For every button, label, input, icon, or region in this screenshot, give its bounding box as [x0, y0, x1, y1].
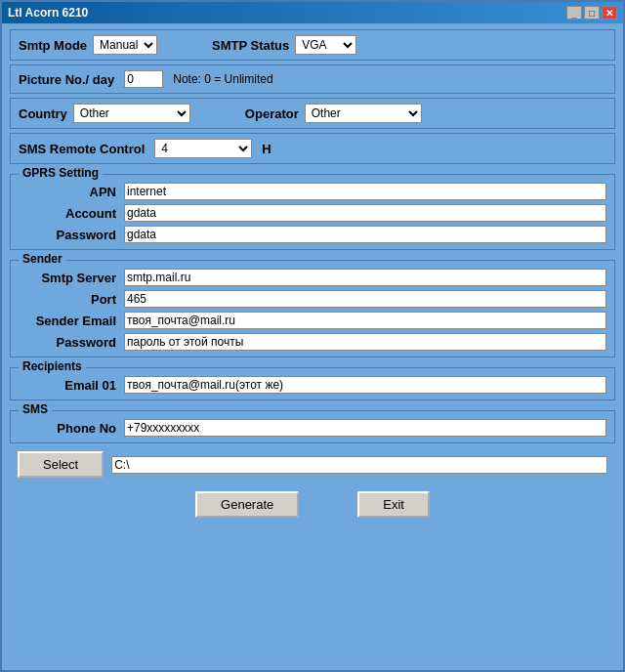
content-area: Smtp Mode Manual Auto SMTP Status VGA Ot… [2, 23, 623, 533]
sender-password-input[interactable] [124, 333, 606, 351]
main-window: Ltl Acorn 6210 _ □ ✕ Smtp Mode Manual Au… [0, 0, 625, 672]
smtp-status-group: SMTP Status VGA Others [212, 35, 356, 55]
select-button[interactable]: Select [18, 451, 104, 478]
gprs-password-row: Password [19, 226, 606, 243]
smtp-status-label: SMTP Status [212, 38, 289, 53]
smtp-server-label: Smtp Server [19, 271, 116, 285]
apn-row: APN [19, 183, 606, 200]
smtp-mode-group: Smtp Mode Manual Auto [19, 35, 157, 55]
apn-input[interactable] [124, 183, 606, 200]
sms-section-title: SMS [19, 402, 52, 416]
country-group: Country Other China USA [19, 104, 190, 123]
sms-remote-row: SMS Remote Control 4 1 2 3 5 H [19, 139, 271, 158]
close-button[interactable]: ✕ [602, 6, 617, 20]
gprs-section-title: GPRS Setting [19, 166, 103, 180]
port-label: Port [19, 292, 116, 307]
sms-remote-label: SMS Remote Control [19, 142, 145, 156]
picture-panel: Picture No./ day Note: 0 = Unlimited [10, 64, 615, 94]
file-path-input[interactable] [111, 456, 607, 474]
smtp-mode-select[interactable]: Manual Auto [93, 35, 157, 55]
recipients-section: Recipients Email 01 [10, 367, 615, 400]
gprs-password-input[interactable] [124, 226, 606, 243]
phone-input[interactable] [124, 419, 606, 437]
operator-label: Operator [245, 106, 299, 121]
account-input[interactable] [124, 204, 606, 222]
sender-password-row: Password [19, 333, 606, 351]
country-label: Country [19, 106, 67, 121]
email01-row: Email 01 [19, 376, 606, 394]
operator-group: Operator Other China Mobile China Unicom [245, 104, 422, 123]
account-label: Account [19, 206, 116, 221]
sms-remote-panel: SMS Remote Control 4 1 2 3 5 H [10, 133, 615, 164]
operator-select[interactable]: Other China Mobile China Unicom [305, 104, 422, 123]
sender-password-label: Password [19, 335, 116, 350]
country-panel: Country Other China USA Operator Other C… [10, 98, 615, 129]
sms-section: SMS Phone No [10, 410, 615, 443]
smtp-mode-panel: Smtp Mode Manual Auto SMTP Status VGA Ot… [10, 29, 615, 61]
smtp-status-select[interactable]: VGA Others [295, 35, 356, 55]
apn-label: APN [19, 185, 116, 199]
window-title: Ltl Acorn 6210 [8, 6, 88, 20]
picture-note: Note: 0 = Unlimited [173, 72, 272, 86]
smtp-server-input[interactable] [124, 269, 606, 286]
port-row: Port [19, 290, 606, 308]
maximize-button[interactable]: □ [584, 6, 600, 20]
country-select[interactable]: Other China USA [73, 104, 190, 123]
country-row: Country Other China USA Operator Other C… [19, 104, 422, 123]
gprs-password-label: Password [19, 228, 116, 242]
exit-button[interactable]: Exit [357, 491, 430, 518]
smtp-row: Smtp Mode Manual Auto SMTP Status VGA Ot… [19, 35, 356, 55]
sender-section: Sender Smtp Server Port Sender Email Pas… [10, 260, 615, 357]
h-label: H [262, 142, 271, 156]
sms-remote-select[interactable]: 4 1 2 3 5 [154, 139, 252, 158]
picture-label: Picture No./ day [19, 72, 114, 87]
sender-email-input[interactable] [124, 312, 606, 329]
port-input[interactable] [124, 290, 606, 308]
select-row: Select [10, 451, 615, 478]
picture-row: Picture No./ day Note: 0 = Unlimited [19, 70, 273, 88]
email01-label: Email 01 [19, 378, 116, 393]
sender-email-label: Sender Email [19, 314, 116, 328]
phone-row: Phone No [19, 419, 606, 437]
smtp-mode-label: Smtp Mode [19, 38, 87, 53]
generate-button[interactable]: Generate [195, 491, 299, 518]
email01-input[interactable] [124, 376, 606, 394]
sender-email-row: Sender Email [19, 312, 606, 329]
gprs-section: GPRS Setting APN Account Password [10, 174, 615, 250]
smtp-server-row: Smtp Server [19, 269, 606, 286]
recipients-section-title: Recipients [19, 359, 86, 373]
bottom-buttons: Generate Exit [10, 491, 615, 518]
title-bar: Ltl Acorn 6210 _ □ ✕ [2, 2, 623, 23]
phone-label: Phone No [19, 421, 116, 436]
picture-input[interactable] [124, 70, 163, 88]
sender-section-title: Sender [19, 252, 66, 266]
minimize-button[interactable]: _ [566, 6, 582, 20]
account-row: Account [19, 204, 606, 222]
title-bar-buttons: _ □ ✕ [566, 6, 617, 20]
